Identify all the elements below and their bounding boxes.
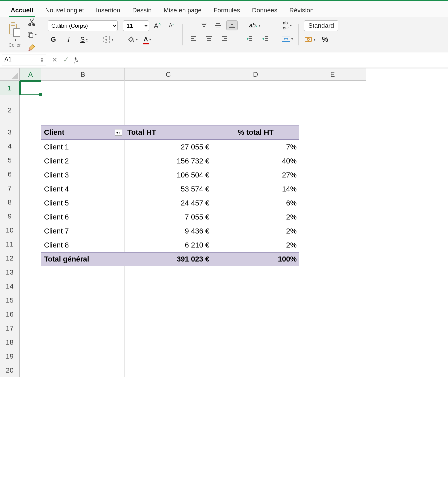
pivot-filter-icon[interactable]: ▾↑ [115, 129, 122, 136]
cell-A9[interactable] [20, 209, 41, 223]
cell-D15[interactable] [212, 293, 299, 307]
align-right-icon[interactable] [219, 34, 230, 44]
cell-B20[interactable] [41, 363, 125, 377]
row-header-2[interactable]: 2 [0, 95, 20, 125]
pivot-row[interactable]: Client 2156 732 €40% [41, 154, 299, 168]
italic-button[interactable]: I [63, 34, 74, 44]
cell-B2[interactable] [41, 95, 125, 125]
cell-A11[interactable] [20, 237, 41, 251]
row-header-7[interactable]: 7 [0, 181, 20, 195]
cell-B1[interactable] [41, 81, 125, 95]
col-header-A[interactable]: A [20, 68, 41, 81]
cell-C18[interactable] [125, 335, 212, 349]
tab-nouvel-onglet[interactable]: Nouvel onglet [39, 3, 90, 17]
row-header-11[interactable]: 11 [0, 237, 20, 251]
cell-B19[interactable] [41, 349, 125, 363]
formula-input[interactable] [83, 55, 448, 65]
cell-D16[interactable] [212, 307, 299, 321]
cell-E15[interactable] [299, 293, 366, 307]
tab-insertion[interactable]: Insertion [90, 3, 126, 17]
row-header-10[interactable]: 10 [0, 223, 20, 237]
pivot-row[interactable]: Client 67 055 €2% [41, 210, 299, 224]
cell-E2[interactable] [299, 95, 366, 125]
cell-D14[interactable] [212, 279, 299, 293]
row-header-12[interactable]: 12 [0, 251, 20, 265]
row-header-20[interactable]: 20 [0, 363, 20, 377]
cell-E5[interactable] [299, 153, 366, 167]
number-format-select[interactable]: Standard [304, 20, 338, 31]
wrap-text-icon[interactable]: abc↩▾ [282, 20, 293, 30]
cell-E4[interactable] [299, 139, 366, 153]
tab-revision[interactable]: Révision [283, 3, 320, 17]
decrease-font-icon[interactable]: Aˇ [166, 21, 177, 31]
cell-A3[interactable] [20, 125, 41, 139]
currency-icon[interactable]: ▾ [304, 34, 315, 44]
chevron-down-icon[interactable]: ▾ [15, 38, 16, 42]
tab-accueil[interactable]: Accueil [5, 3, 39, 17]
row-header-8[interactable]: 8 [0, 195, 20, 209]
cell-C1[interactable] [125, 81, 212, 95]
cell-A8[interactable] [20, 195, 41, 209]
cell-A15[interactable] [20, 293, 41, 307]
row-header-4[interactable]: 4 [0, 139, 20, 153]
font-name-select[interactable]: Calibri (Corps) [48, 20, 118, 31]
cell-A1[interactable] [20, 81, 41, 95]
paste-icon[interactable] [7, 21, 23, 37]
col-header-C[interactable]: C [125, 68, 212, 81]
cell-A4[interactable] [20, 139, 41, 153]
cell-E3[interactable] [299, 125, 366, 139]
row-header-17[interactable]: 17 [0, 321, 20, 335]
cell-A19[interactable] [20, 349, 41, 363]
cell-E20[interactable] [299, 363, 366, 377]
borders-icon[interactable]: ▾ [102, 34, 114, 44]
pivot-row[interactable]: Client 79 436 €2% [41, 224, 299, 238]
cell-E19[interactable] [299, 349, 366, 363]
row-header-3[interactable]: 3 [0, 125, 20, 139]
cell-C20[interactable] [125, 363, 212, 377]
row-header-16[interactable]: 16 [0, 307, 20, 321]
cell-D19[interactable] [212, 349, 299, 363]
cell-B16[interactable] [41, 307, 125, 321]
copy-icon[interactable]: ▾ [27, 30, 37, 39]
confirm-formula-icon[interactable]: ✓ [63, 55, 69, 64]
orientation-icon[interactable]: ab▾ [249, 20, 260, 30]
cell-C15[interactable] [125, 293, 212, 307]
cell-B13[interactable] [41, 265, 125, 279]
cell-D18[interactable] [212, 335, 299, 349]
cell-E10[interactable] [299, 223, 366, 237]
font-size-select[interactable]: 11 [123, 20, 149, 31]
cell-E14[interactable] [299, 279, 366, 293]
decrease-indent-icon[interactable] [244, 34, 255, 44]
align-middle-icon[interactable] [212, 20, 224, 30]
name-box[interactable]: A1 ▲▼ [2, 54, 46, 65]
cell-A5[interactable] [20, 153, 41, 167]
cell-D20[interactable] [212, 363, 299, 377]
select-all-corner[interactable] [0, 68, 20, 81]
tab-mise-en-page[interactable]: Mise en page [158, 3, 208, 17]
format-painter-icon[interactable] [27, 43, 37, 52]
cell-E13[interactable] [299, 265, 366, 279]
cell-E9[interactable] [299, 209, 366, 223]
cell-A7[interactable] [20, 181, 41, 195]
cell-E17[interactable] [299, 321, 366, 335]
cell-E16[interactable] [299, 307, 366, 321]
pivot-row[interactable]: Client 127 055 €7% [41, 140, 299, 154]
underline-button[interactable]: S▾ [78, 34, 90, 44]
cut-icon[interactable] [27, 17, 37, 27]
row-header-19[interactable]: 19 [0, 349, 20, 363]
pivot-row[interactable]: Client 524 457 €6% [41, 196, 299, 210]
align-center-icon[interactable] [203, 34, 215, 44]
row-header-5[interactable]: 5 [0, 153, 20, 167]
name-box-spinner[interactable]: ▲▼ [40, 57, 44, 63]
cell-E6[interactable] [299, 167, 366, 181]
cell-E1[interactable] [299, 81, 366, 95]
cell-A2[interactable] [20, 95, 41, 125]
row-header-1[interactable]: 1 [0, 81, 20, 95]
cell-C14[interactable] [125, 279, 212, 293]
pivot-table[interactable]: Client ▾↑ Total HT % total HT Client 127… [41, 125, 299, 266]
fx-icon[interactable]: fx [74, 56, 78, 63]
align-top-icon[interactable] [198, 20, 210, 30]
cell-C2[interactable] [125, 95, 212, 125]
pivot-row[interactable]: Client 86 210 €2% [41, 238, 299, 252]
tab-formules[interactable]: Formules [208, 3, 246, 17]
